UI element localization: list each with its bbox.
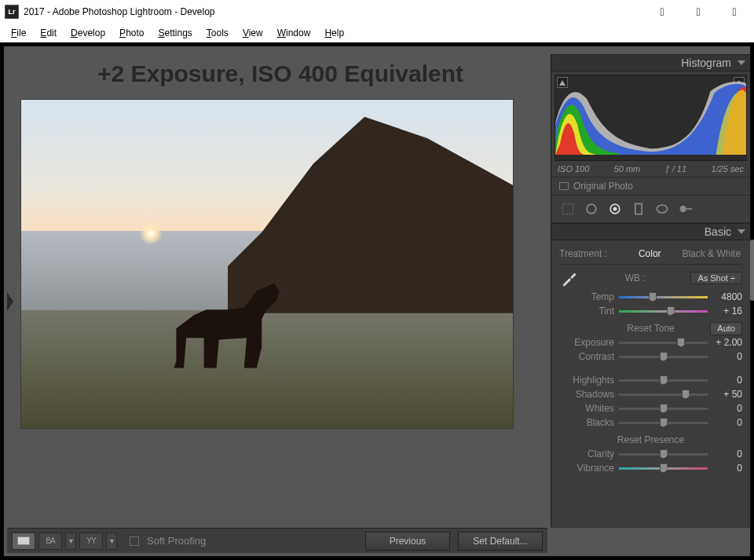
original-photo-toggle[interactable]: Original Photo [551, 177, 750, 195]
view-mode-compare-menu[interactable]: ▾ [106, 533, 117, 550]
exposure-value[interactable]: + 2.00 [708, 337, 742, 348]
tint-slider[interactable] [619, 306, 708, 317]
svg-point-3 [613, 207, 617, 211]
view-mode-before-after-lr[interactable]: BA [38, 533, 62, 550]
window-titlebar: Lr 2017 - Adobe Photoshop Lightroom - De… [0, 0, 754, 24]
blacks-value[interactable]: 0 [708, 417, 742, 428]
svg-point-1 [587, 204, 596, 214]
contrast-label: Contrast [559, 351, 619, 362]
overlay-title: +2 Exposure, ISO 400 Equivalent [16, 60, 544, 87]
auto-tone-button[interactable]: Auto [710, 322, 742, 335]
exif-aperture: ƒ / 11 [665, 164, 687, 174]
highlights-label: Highlights [559, 375, 619, 386]
contrast-value[interactable]: 0 [708, 351, 742, 362]
window-maximize-button[interactable]:  [680, 0, 716, 24]
menu-window[interactable]: Window [271, 26, 317, 40]
chevron-down-icon [738, 229, 745, 234]
original-photo-checkbox-icon [559, 182, 569, 190]
exif-focal: 50 mm [614, 164, 641, 174]
vibrance-slider[interactable] [619, 463, 708, 474]
adjustment-brush-tool[interactable] [677, 200, 694, 218]
chevron-down-icon [738, 60, 745, 65]
whites-slider[interactable] [619, 403, 708, 414]
radial-filter-tool[interactable] [653, 200, 671, 218]
view-mode-loupe[interactable] [12, 533, 35, 550]
image-canvas-area: +2 Exposure, ISO 400 Equivalent BA ▾ YY … [4, 46, 551, 556]
tool-strip [551, 195, 750, 223]
blacks-label: Blacks [559, 417, 619, 428]
temp-value[interactable]: 4800 [708, 291, 742, 302]
crop-tool[interactable] [559, 200, 576, 218]
svg-rect-4 [635, 203, 642, 214]
histogram-label: Histogram [681, 57, 731, 69]
window-close-button[interactable]:  [716, 0, 752, 24]
view-mode-before-after-menu[interactable]: ▾ [65, 533, 76, 550]
temp-slider[interactable] [619, 291, 708, 302]
treatment-label: Treatment : [559, 248, 619, 259]
soft-proofing-label: Soft Proofing [147, 535, 206, 547]
contrast-slider[interactable] [619, 351, 708, 362]
highlights-slider[interactable] [619, 375, 708, 386]
graduated-filter-tool[interactable] [630, 200, 647, 218]
basic-label: Basic [705, 225, 731, 238]
shadows-label: Shadows [559, 389, 619, 400]
wb-eyedropper-tool[interactable] [559, 268, 580, 288]
wb-label: WB : [580, 273, 690, 284]
window-title: 2017 - Adobe Photoshop Lightroom - Devel… [24, 6, 644, 17]
menu-view[interactable]: View [236, 26, 269, 40]
temp-label: Temp [559, 291, 619, 302]
panel-scrollbar[interactable] [750, 240, 754, 301]
view-toolbar: BA ▾ YY ▾ Soft Proofing Previous Set Def… [7, 528, 547, 553]
basic-panel-header[interactable]: Basic [551, 223, 750, 240]
treatment-bw[interactable]: Black & White [681, 248, 743, 259]
soft-proofing-checkbox[interactable] [130, 536, 139, 546]
tint-label: Tint [559, 306, 619, 317]
redeye-tool[interactable] [606, 200, 624, 218]
histogram-panel-header[interactable]: Histogram [551, 54, 750, 71]
highlights-value[interactable]: 0 [708, 375, 742, 386]
histogram[interactable] [555, 75, 747, 161]
svg-point-6 [680, 206, 686, 212]
reset-presence-label[interactable]: Reset Presence [617, 434, 684, 445]
shadows-value[interactable]: + 50 [708, 389, 742, 400]
treatment-color[interactable]: Color [619, 248, 681, 259]
vibrance-label: Vibrance [559, 463, 619, 474]
tint-value[interactable]: + 16 [708, 306, 742, 317]
menu-develop[interactable]: Develop [64, 26, 112, 40]
spot-removal-tool[interactable] [583, 200, 600, 218]
menu-bar: File Edit Develop Photo Settings Tools V… [0, 24, 754, 42]
whites-label: Whites [559, 403, 619, 414]
develop-right-panel: Histogram ISO 100 50 mm ƒ [551, 54, 750, 528]
previous-button[interactable]: Previous [365, 532, 450, 551]
set-default-button[interactable]: Set Default... [458, 532, 543, 551]
clarity-value[interactable]: 0 [708, 448, 742, 459]
window-minimize-button[interactable]:  [644, 0, 680, 24]
exposure-label: Exposure [559, 337, 619, 348]
clarity-slider[interactable] [619, 448, 708, 459]
menu-file[interactable]: File [5, 26, 32, 40]
menu-help[interactable]: Help [318, 26, 350, 40]
menu-edit[interactable]: Edit [34, 26, 63, 40]
whites-value[interactable]: 0 [708, 403, 742, 414]
app-logo-icon: Lr [5, 5, 19, 19]
view-mode-compare[interactable]: YY [79, 533, 103, 550]
svg-rect-0 [562, 203, 573, 214]
exif-shutter: 1/25 sec [711, 164, 744, 174]
exposure-slider[interactable] [619, 337, 708, 348]
svg-point-5 [657, 205, 667, 213]
preview-image[interactable] [21, 100, 513, 428]
reset-tone-label[interactable]: Reset Tone [627, 323, 675, 334]
wb-preset-select[interactable]: As Shot ÷ [690, 272, 742, 284]
menu-settings[interactable]: Settings [152, 26, 198, 40]
vibrance-value[interactable]: 0 [708, 463, 742, 474]
shadows-slider[interactable] [619, 389, 708, 400]
original-photo-label: Original Photo [573, 181, 633, 192]
menu-photo[interactable]: Photo [113, 26, 150, 40]
menu-tools[interactable]: Tools [200, 26, 235, 40]
exif-row: ISO 100 50 mm ƒ / 11 1/25 sec [551, 164, 750, 177]
exif-iso: ISO 100 [558, 164, 589, 174]
clarity-label: Clarity [559, 448, 619, 459]
blacks-slider[interactable] [619, 417, 708, 428]
